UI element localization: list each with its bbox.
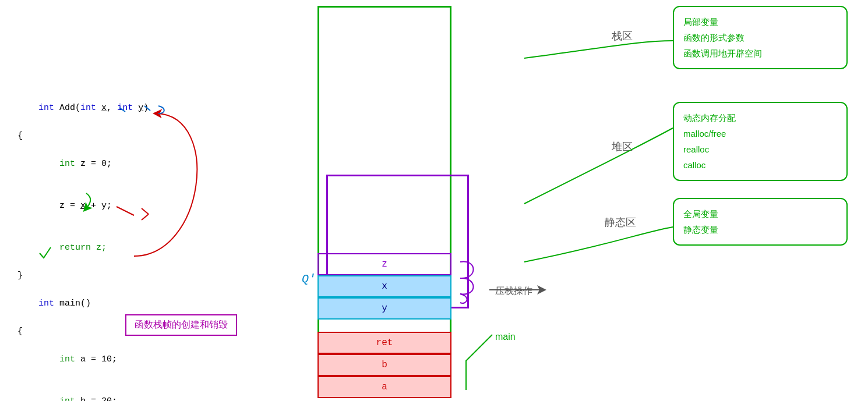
info-box-static: 全局变量 静态变量 <box>673 198 848 246</box>
info-box-static-line2: 静态变量 <box>683 222 837 237</box>
code-line-9: int a = 10; <box>17 339 149 381</box>
cell-z: z <box>317 253 451 275</box>
keyword-int: int <box>38 103 54 113</box>
stack-zone-label: 栈区 <box>612 29 633 43</box>
q-label: Q' <box>302 272 316 286</box>
code-line-4: z = x + y; <box>17 185 149 227</box>
cell-x: x <box>317 275 451 297</box>
cell-b: b <box>317 354 451 376</box>
cell-a: a <box>317 376 451 398</box>
info-box-heap-line1: 动态内存分配 <box>683 110 837 126</box>
code-line-2: { <box>17 129 149 143</box>
info-box-heap-line4: calloc <box>683 157 837 173</box>
main-label: main <box>495 332 516 342</box>
code-line-3: int z = 0; <box>17 143 149 185</box>
cell-y: y <box>317 297 451 320</box>
heap-zone-label: 堆区 <box>612 140 633 154</box>
info-box-static-line1: 全局变量 <box>683 206 837 222</box>
code-line-5: return z; <box>17 227 149 269</box>
code-line-1: int Add(int x, int y) <box>17 87 149 129</box>
label-box: 函数栈帧的创建和销毁 <box>125 314 237 336</box>
cell-ret: ret <box>317 332 451 354</box>
code-line-6: } <box>17 269 149 283</box>
info-box-heap-line2: malloc/free <box>683 126 837 141</box>
info-box-heap-line3: realloc <box>683 141 837 157</box>
info-box-heap: 动态内存分配 malloc/free realloc calloc <box>673 102 848 181</box>
info-box-stack: 局部变量 函数的形式参数 函数调用地开辟空间 <box>673 6 848 69</box>
code-block: int Add(int x, int y) { int z = 0; z = x… <box>17 87 149 401</box>
code-line-10: int b = 20; <box>17 381 149 401</box>
static-zone-label: 静态区 <box>605 215 636 229</box>
pressure-label: 压栈操作 <box>495 285 532 297</box>
info-box-stack-line2: 函数的形式参数 <box>683 30 837 45</box>
info-box-stack-line3: 函数调用地开辟空间 <box>683 45 837 61</box>
info-box-stack-line1: 局部变量 <box>683 14 837 30</box>
